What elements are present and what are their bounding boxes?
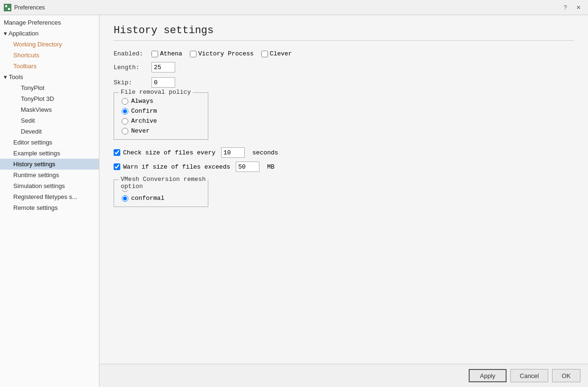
clever-checkbox[interactable] [261,51,268,57]
sidebar-item-simulation-settings[interactable]: Simulation settings [0,180,99,191]
victory-process-label: Victory Process [198,50,254,57]
svg-rect-2 [8,8,10,10]
warn-size-input[interactable] [236,162,259,172]
titlebar: Preferences ? ✕ [0,0,588,15]
warn-size-row: Warn if size of files exceeds MB [114,162,574,172]
sidebar-item-editor-settings[interactable]: Editor settings [0,137,99,148]
close-button[interactable]: ✕ [573,2,584,13]
sidebar-item-tonyplot3d[interactable]: TonyPlot 3D [0,93,99,104]
radio-conformal[interactable]: conformal [122,195,200,202]
clever-label: Clever [270,50,292,57]
sidebar-item-history-settings[interactable]: History settings [0,159,99,170]
check-size-label[interactable]: Check size of files every seconds [114,147,278,158]
page-title: History settings [114,25,574,41]
file-removal-title: File removal policy [119,89,193,96]
enabled-row: Enabled: Athena Victory Process Clever [114,50,574,57]
enabled-checkboxes: Athena Victory Process Clever [151,50,292,57]
right-panel: History settings Enabled: Athena Victory… [99,15,588,387]
main-content: Manage Preferences▾ ApplicationWorking D… [0,15,588,387]
svg-rect-1 [5,5,7,7]
radio-conformal-label[interactable]: conformal [131,195,164,202]
sidebar-item-tonyplot[interactable]: TonyPlot [0,82,99,93]
radio-confirm-label[interactable]: Confirm [131,108,157,115]
radio-archive[interactable]: Archive [122,117,200,125]
check-size-unit: seconds [252,149,278,156]
radio-always-label[interactable]: Always [131,98,153,105]
athena-checkbox-label[interactable]: Athena [151,50,182,57]
warn-size-text: Warn if size of files exceeds [123,163,230,171]
sidebar-item-toolbars[interactable]: Toolbars [0,61,99,72]
radio-always[interactable]: Always [122,98,200,105]
skip-input[interactable] [151,77,175,88]
radio-always-input[interactable] [122,98,128,105]
sidebar: Manage Preferences▾ ApplicationWorking D… [0,15,99,387]
bottom-bar: Apply Cancel OK [99,364,588,387]
apply-button[interactable]: Apply [469,369,507,382]
length-label: Length: [114,64,151,71]
sidebar-item-application[interactable]: ▾ Application [0,28,99,39]
radio-never[interactable]: Never [122,127,200,135]
app-icon [4,4,11,11]
sidebar-item-maskviews[interactable]: MaskViews [0,104,99,115]
check-size-text: Check size of files every [123,149,215,156]
vmesh-group: VMesh Conversion remesh option convert c… [114,180,208,207]
athena-checkbox[interactable] [151,51,158,57]
skip-row: Skip: [114,77,574,88]
length-row: Length: [114,62,574,72]
sidebar-item-manage-preferences[interactable]: Manage Preferences [0,17,99,28]
ok-button[interactable]: OK [552,369,580,382]
content-area: History settings Enabled: Athena Victory… [99,15,588,364]
athena-label: Athena [160,50,182,57]
radio-archive-input[interactable] [122,118,128,125]
victory-process-checkbox-label[interactable]: Victory Process [190,50,254,57]
sidebar-item-remote-settings[interactable]: Remote settings [0,202,99,213]
length-input[interactable] [151,62,175,72]
sidebar-item-working-directory[interactable]: Working Directory [0,39,99,50]
warn-size-label[interactable]: Warn if size of files exceeds MB [114,162,275,172]
victory-process-checkbox[interactable] [190,51,196,57]
cancel-button[interactable]: Cancel [510,369,548,382]
warn-size-unit: MB [267,163,275,171]
window-controls: ? ✕ [560,2,584,13]
file-removal-group: File removal policy Always Confirm Archi… [114,92,208,140]
help-button[interactable]: ? [560,2,571,13]
radio-never-label[interactable]: Never [131,127,150,135]
sidebar-item-tools[interactable]: ▾ Tools [0,72,99,82]
radio-archive-label[interactable]: Archive [131,117,157,125]
enabled-label: Enabled: [114,50,151,57]
check-size-row: Check size of files every seconds [114,147,574,158]
window-title: Preferences [14,4,560,11]
warn-size-checkbox[interactable] [114,163,120,170]
check-size-checkbox[interactable] [114,149,120,156]
length-spinner[interactable] [151,62,175,72]
check-size-input[interactable] [221,147,245,158]
radio-confirm-input[interactable] [122,108,128,115]
clever-checkbox-label[interactable]: Clever [261,50,292,57]
sidebar-item-registered-filetypes[interactable]: Registered filetypes s... [0,191,99,202]
radio-never-input[interactable] [122,128,128,135]
sidebar-item-sedit[interactable]: Sedit [0,115,99,126]
sidebar-item-devedit[interactable]: Devedit [0,126,99,137]
sidebar-item-runtime-settings[interactable]: Runtime settings [0,170,99,180]
skip-label: Skip: [114,79,151,86]
skip-spinner[interactable] [151,77,175,88]
vmesh-title: VMesh Conversion remesh option [119,176,208,190]
sidebar-item-shortcuts[interactable]: Shortcuts [0,50,99,61]
radio-conformal-input[interactable] [122,195,128,202]
radio-confirm[interactable]: Confirm [122,108,200,115]
sidebar-item-example-settings[interactable]: Example settings [0,148,99,159]
